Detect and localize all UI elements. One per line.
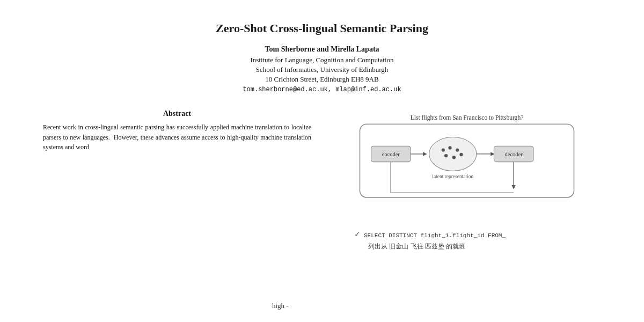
title-section: Zero-Shot Cross-lingual Semantic Parsing… — [216, 21, 428, 93]
check-mark-1: ✓ — [354, 230, 361, 239]
svg-text:decoder: decoder — [505, 151, 523, 157]
svg-point-6 — [442, 148, 445, 151]
paper-title: Zero-Shot Cross-lingual Semantic Parsing — [216, 21, 428, 35]
content-area: Abstract Recent work in cross-lingual se… — [43, 109, 601, 251]
institution-line1: Institute for Language, Cognition and Co… — [216, 56, 428, 64]
figure-section: List flights from San Francisco to Pitts… — [327, 109, 601, 251]
institution-line2: School of Informatics, University of Edi… — [216, 65, 428, 74]
svg-point-11 — [459, 153, 463, 156]
institution-line3: 10 Crichton Street, Edinburgh EH8 9AB — [216, 75, 428, 84]
abstract-title: Abstract — [43, 109, 311, 118]
high-dash-text: high - — [272, 302, 289, 310]
svg-point-5 — [429, 137, 477, 171]
chinese-line: 列出从 旧金山 飞往 匹兹堡 的就班 — [368, 242, 465, 251]
svg-point-9 — [444, 154, 448, 157]
svg-text:latent representation: latent representation — [432, 174, 473, 179]
abstract-section: Abstract Recent work in cross-lingual se… — [43, 109, 317, 251]
svg-text:encoder: encoder — [382, 151, 400, 157]
svg-point-8 — [456, 148, 459, 151]
svg-point-10 — [452, 156, 456, 159]
sql-code-line: SELECT DISTINCT flight_1.flight_id FROM_ — [364, 232, 506, 239]
abstract-text: Recent work in cross-lingual semantic pa… — [43, 122, 311, 152]
authors: Tom Sherborne and Mirella Lapata — [216, 45, 428, 54]
svg-point-7 — [448, 146, 451, 149]
figure-diagram: List flights from San Francisco to Pitts… — [354, 109, 580, 228]
svg-text:List flights from San Francisc: List flights from San Francisco to Pitts… — [411, 114, 524, 121]
emails: tom.sherborne@ed.ac.uk, mlap@inf.ed.ac.u… — [216, 86, 428, 93]
page-container: Zero-Shot Cross-lingual Semantic Parsing… — [0, 0, 644, 322]
